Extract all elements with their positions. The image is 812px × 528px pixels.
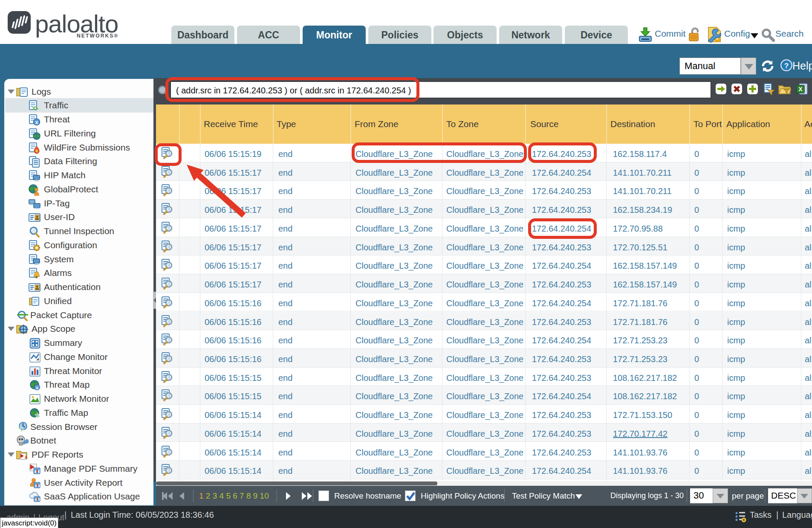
svg-text:x: x bbox=[35, 119, 38, 125]
svg-text:X: X bbox=[798, 86, 803, 93]
svg-text:?: ? bbox=[784, 62, 789, 70]
svg-text:x: x bbox=[36, 385, 39, 390]
svg-text:A: A bbox=[25, 455, 28, 459]
